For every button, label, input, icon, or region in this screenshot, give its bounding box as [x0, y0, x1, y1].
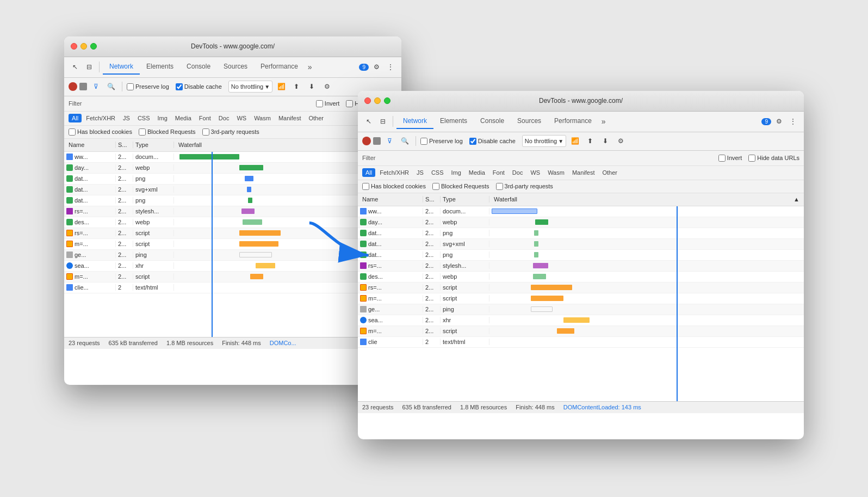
back-tab-performance[interactable]: Performance — [254, 59, 305, 75]
front-third-party-checkbox[interactable] — [496, 183, 503, 190]
front-settings2-btn[interactable]: ⚙ — [614, 134, 627, 148]
front-cursor-btn[interactable]: ↖ — [362, 115, 375, 128]
front-record-btn[interactable] — [362, 137, 371, 145]
back-type-ws[interactable]: WS — [233, 114, 250, 122]
back-settings-btn[interactable]: ⚙ — [370, 60, 383, 73]
table-row[interactable]: ww... 2... docum... — [64, 152, 401, 163]
back-hide-data-checkbox[interactable] — [346, 100, 353, 107]
back-upload-btn[interactable]: ⬆ — [290, 80, 303, 93]
front-search-btn[interactable]: 🔍 — [398, 134, 411, 148]
front-blocked-req-checkbox[interactable] — [432, 183, 439, 190]
front-type-img[interactable]: Img — [448, 168, 464, 177]
back-preserve-checkbox[interactable] — [127, 83, 134, 90]
table-row[interactable]: ge... 2... ping — [64, 250, 401, 261]
table-row[interactable]: clie... 2 text/html — [64, 283, 401, 293]
table-row[interactable]: rs=... 2... stylesh... — [358, 261, 804, 272]
front-preserve-checkbox[interactable] — [420, 138, 427, 145]
back-layers-btn[interactable]: ⊟ — [83, 60, 96, 73]
back-more-btn[interactable]: ⋮ — [384, 60, 397, 73]
back-tab-console[interactable]: Console — [180, 59, 217, 75]
front-col-name[interactable]: Name — [358, 196, 423, 203]
table-row[interactable]: clie 2 text/html — [358, 337, 804, 348]
table-row[interactable]: dat... 2... svg+xml — [64, 185, 401, 195]
front-type-wasm[interactable]: Wasm — [544, 168, 568, 177]
back-type-all[interactable]: All — [69, 114, 82, 122]
front-more-btn[interactable]: ⋮ — [786, 115, 799, 128]
back-col-name[interactable]: Name — [64, 142, 116, 148]
back-more-tabs-btn[interactable]: » — [305, 60, 315, 73]
back-close-button[interactable] — [71, 43, 77, 50]
front-download-btn[interactable]: ⬇ — [599, 134, 612, 148]
table-row[interactable]: ge... 2... ping — [358, 304, 804, 315]
table-row[interactable]: dat... 2... svg+xml — [358, 239, 804, 250]
front-tab-network[interactable]: Network — [396, 114, 433, 129]
table-row[interactable]: rs=... 2... stylesh... — [64, 206, 401, 217]
front-wifi-btn[interactable]: 📶 — [568, 134, 581, 148]
front-blocked-cookies-checkbox[interactable] — [362, 183, 369, 190]
front-type-css[interactable]: CSS — [428, 168, 447, 177]
front-maximize-button[interactable] — [384, 97, 390, 104]
table-row[interactable]: dat... 2... png — [64, 174, 401, 185]
table-row[interactable]: day... 2... webp — [358, 217, 804, 228]
front-invert-checkbox[interactable] — [718, 155, 726, 162]
front-col-status[interactable]: S... — [423, 196, 441, 203]
table-row[interactable]: dat... 2... png — [358, 250, 804, 261]
back-type-doc[interactable]: Doc — [215, 114, 233, 122]
front-type-all[interactable]: All — [362, 168, 375, 177]
front-settings-btn[interactable]: ⚙ — [772, 115, 785, 128]
back-search-btn[interactable]: 🔍 — [104, 80, 117, 93]
back-type-fetch[interactable]: Fetch/XHR — [83, 114, 119, 122]
front-tab-sources[interactable]: Sources — [511, 114, 548, 129]
table-row[interactable]: m=... 2... script — [358, 326, 804, 337]
front-tab-console[interactable]: Console — [474, 114, 511, 129]
front-minimize-button[interactable] — [374, 97, 381, 104]
front-type-fetch[interactable]: Fetch/XHR — [376, 168, 412, 177]
table-row[interactable]: sea... 2... xhr — [64, 261, 401, 272]
back-blocked-req-checkbox[interactable] — [139, 128, 146, 136]
table-row[interactable]: rs=... 2... script — [64, 228, 401, 239]
front-close-button[interactable] — [364, 97, 371, 104]
back-third-party-checkbox[interactable] — [202, 128, 209, 136]
back-download-btn[interactable]: ⬇ — [305, 80, 318, 93]
front-type-ws[interactable]: WS — [527, 168, 543, 177]
front-type-font[interactable]: Font — [489, 168, 508, 177]
back-stop-btn[interactable] — [79, 83, 87, 90]
table-row[interactable]: rs=... 2... script — [358, 283, 804, 293]
table-row[interactable]: dat... 2... png — [358, 228, 804, 239]
back-tab-sources[interactable]: Sources — [217, 59, 254, 75]
front-tab-performance[interactable]: Performance — [548, 114, 598, 129]
back-type-wasm[interactable]: Wasm — [251, 114, 274, 122]
table-row[interactable]: m=... 2... script — [64, 239, 401, 250]
front-type-manifest[interactable]: Manifest — [569, 168, 598, 177]
back-disable-cache-checkbox[interactable] — [176, 83, 183, 90]
front-hide-data-checkbox[interactable] — [748, 155, 755, 162]
back-throttle-sel[interactable]: No throttling ▼ — [228, 81, 272, 93]
front-disable-cache-checkbox[interactable] — [469, 138, 476, 145]
front-filter-btn[interactable]: ⊽ — [383, 134, 396, 148]
back-blocked-cookies-checkbox[interactable] — [69, 128, 76, 136]
front-more-tabs-btn[interactable]: » — [598, 115, 609, 128]
table-row[interactable]: sea... 2... xhr — [358, 315, 804, 326]
back-type-font[interactable]: Font — [196, 114, 214, 122]
table-row[interactable]: des... 2... webp — [358, 272, 804, 283]
front-type-other[interactable]: Other — [599, 168, 621, 177]
back-wifi-btn[interactable]: 📶 — [275, 80, 288, 93]
back-type-js[interactable]: JS — [120, 114, 133, 122]
table-row[interactable]: ww... 2... docum... — [358, 206, 804, 217]
front-col-type[interactable]: Type — [441, 196, 489, 203]
back-cursor-btn[interactable]: ↖ — [69, 60, 82, 73]
table-row[interactable]: m=... 2... script — [358, 293, 804, 304]
table-row[interactable]: des... 2... webp — [64, 217, 401, 228]
front-tab-elements[interactable]: Elements — [433, 114, 474, 129]
front-upload-btn[interactable]: ⬆ — [584, 134, 597, 148]
back-type-manifest[interactable]: Manifest — [275, 114, 305, 122]
front-stop-btn[interactable] — [373, 137, 381, 145]
table-row[interactable]: dat... 2... png — [64, 195, 401, 206]
back-settings2-btn[interactable]: ⚙ — [320, 80, 333, 93]
front-type-js[interactable]: JS — [413, 168, 427, 177]
back-type-other[interactable]: Other — [305, 114, 327, 122]
back-maximize-button[interactable] — [90, 43, 97, 50]
front-layers-btn[interactable]: ⊟ — [376, 115, 389, 128]
back-type-media[interactable]: Media — [172, 114, 195, 122]
table-row[interactable]: m=... 2... script — [64, 272, 401, 283]
